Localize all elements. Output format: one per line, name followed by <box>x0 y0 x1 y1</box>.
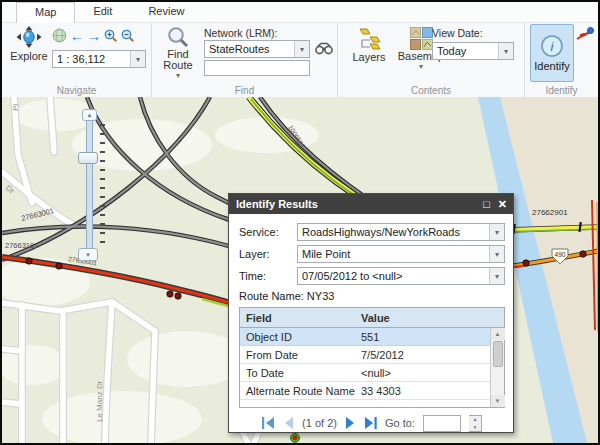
group-navigate: Explore ← → <box>2 23 152 97</box>
route-label-27662901: 27662901 <box>532 208 568 217</box>
scroll-up-icon[interactable]: ▲ <box>491 328 505 340</box>
previous-extent-icon[interactable]: ← <box>70 29 84 43</box>
dialog-title-bar[interactable]: Identify Results □ ✕ <box>229 194 513 214</box>
basemap-icon <box>410 27 433 50</box>
ribbon-tab-row: Map Edit Review <box>2 2 598 23</box>
scrollbar-thumb[interactable] <box>493 341 503 367</box>
street-label-pl: Pl <box>11 104 20 111</box>
globe-icon[interactable] <box>52 28 67 43</box>
zoom-slider-track[interactable] <box>86 112 93 258</box>
explore-button[interactable]: Explore <box>7 26 51 62</box>
layer-value: Mile Point <box>298 248 489 260</box>
zoom-slider-up-button[interactable]: ▲ <box>82 109 97 121</box>
last-page-button[interactable] <box>364 417 377 429</box>
app-window: Map Edit Review Explore <box>0 0 600 445</box>
service-label: Service: <box>239 226 297 238</box>
network-combobox[interactable]: StateRoutes ▾ <box>204 40 310 58</box>
attributes-table: Field Value Object ID 551 From Date 7/5/… <box>239 307 505 408</box>
zoom-slider-down-button[interactable]: ▼ <box>78 248 98 261</box>
chevron-down-icon[interactable]: ▾ <box>294 41 309 57</box>
layers-label: Layers <box>352 52 385 63</box>
field-cell: Alternate Route Name <box>240 385 355 397</box>
view-date-combobox[interactable]: Today ▾ <box>432 42 514 60</box>
view-date-field: View Date: Today ▾ <box>432 27 520 60</box>
service-row: Service: RoadsHighways/NewYorkRoads ▾ <box>239 221 505 243</box>
table-row[interactable]: Object ID 551 <box>240 328 490 346</box>
group-label-identify: Identify <box>525 85 598 96</box>
zoom-in-icon[interactable] <box>104 29 118 43</box>
spinner-down-icon[interactable]: ▼ <box>469 423 481 431</box>
table-header: Field Value <box>240 308 504 328</box>
chevron-down-icon[interactable]: ▾ <box>489 246 504 262</box>
layers-button[interactable]: Layers <box>346 27 392 63</box>
group-label-contents: Contents <box>338 85 524 96</box>
explore-icon <box>16 26 42 50</box>
chevron-down-icon[interactable]: ▾ <box>176 72 180 79</box>
group-identify: i Identify Identify <box>525 23 598 97</box>
ribbon: Map Edit Review Explore <box>2 2 598 97</box>
chevron-down-icon[interactable]: ▾ <box>498 43 513 59</box>
next-page-button[interactable] <box>345 417 356 429</box>
field-column-header: Field <box>240 312 355 324</box>
time-value: 07/05/2012 to <null> <box>298 270 489 282</box>
view-date-label: View Date: <box>432 27 520 39</box>
value-column-header: Value <box>355 312 504 324</box>
chevron-down-icon[interactable]: ▾ <box>489 224 504 240</box>
field-cell: To Date <box>240 367 355 379</box>
group-label-find: Find <box>152 85 337 96</box>
route-name-text: Route Name: NY33 <box>239 290 505 302</box>
table-row[interactable]: Alternate Route Name 33 4303 <box>240 382 490 400</box>
identify-label: Identify <box>534 60 569 72</box>
time-combobox[interactable]: 07/05/2012 to <null> ▾ <box>297 267 505 285</box>
goto-page-input[interactable] <box>423 415 461 432</box>
network-value: StateRoutes <box>205 43 294 55</box>
table-rows: Object ID 551 From Date 7/5/2012 To Date… <box>240 328 490 407</box>
identify-button[interactable]: i Identify <box>530 24 574 82</box>
layer-label: Layer: <box>239 248 297 260</box>
group-find: Find Route ▾ Network (LRM): StateRoutes … <box>152 23 338 97</box>
tab-edit[interactable]: Edit <box>75 2 130 23</box>
view-date-value: Today <box>433 45 498 57</box>
value-cell: 7/5/2012 <box>355 349 490 361</box>
maximize-icon[interactable]: □ <box>483 199 490 210</box>
dialog-body: Service: RoadsHighways/NewYorkRoads ▾ La… <box>229 214 513 440</box>
street-label-le-manz-dr: Le Manz Dr <box>95 380 104 422</box>
close-icon[interactable]: ✕ <box>498 199 507 210</box>
layer-combobox[interactable]: Mile Point ▾ <box>297 245 505 263</box>
next-extent-icon[interactable]: → <box>87 29 101 43</box>
find-route-button[interactable]: Find Route ▾ <box>156 26 200 79</box>
group-label-navigate: Navigate <box>2 85 151 96</box>
time-label: Time: <box>239 270 297 282</box>
explore-label: Explore <box>10 51 47 62</box>
field-cell: From Date <box>240 349 355 361</box>
layer-row: Layer: Mile Point ▾ <box>239 243 505 265</box>
scale-combobox[interactable]: 1 : 36,112 ▾ <box>52 50 146 68</box>
previous-page-button[interactable] <box>283 417 294 429</box>
table-row[interactable]: To Date <null> <box>240 364 490 382</box>
chevron-down-icon[interactable]: ▾ <box>419 63 423 70</box>
goto-spinner: ▲ ▼ <box>469 415 482 432</box>
chevron-down-icon[interactable]: ▾ <box>130 51 145 67</box>
route-label-27663101: 27663101 <box>5 241 38 250</box>
layers-icon <box>356 27 382 51</box>
chevron-down-icon[interactable]: ▾ <box>489 268 504 284</box>
zoom-slider-thumb[interactable] <box>78 152 98 164</box>
find-route-label: Find Route <box>163 49 192 71</box>
zoom-out-icon[interactable] <box>121 29 135 43</box>
network-lrm-label: Network (LRM): <box>204 27 278 39</box>
spinner-up-icon[interactable]: ▲ <box>469 416 481 424</box>
value-cell: <null> <box>355 367 490 379</box>
table-row-partial <box>240 400 490 407</box>
identify-route-location-icon[interactable] <box>576 27 594 41</box>
identify-icon: i <box>540 34 564 58</box>
table-scrollbar[interactable]: ▲ ▼ <box>490 328 504 407</box>
table-row[interactable]: From Date 7/5/2012 <box>240 346 490 364</box>
tab-map[interactable]: Map <box>16 2 75 23</box>
scroll-down-icon[interactable]: ▼ <box>491 395 505 407</box>
tab-review[interactable]: Review <box>130 2 202 23</box>
route-input[interactable] <box>204 60 310 76</box>
binoculars-icon[interactable] <box>315 42 333 55</box>
service-combobox[interactable]: RoadsHighways/NewYorkRoads ▾ <box>297 223 505 241</box>
value-cell: 33 4303 <box>355 385 490 397</box>
first-page-button[interactable] <box>262 417 275 429</box>
